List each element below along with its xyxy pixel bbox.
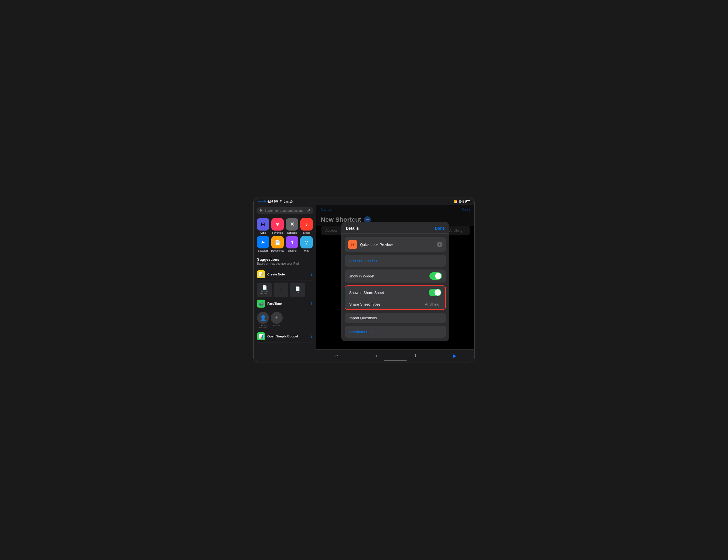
shortcuts-help-button[interactable]: Shortcuts Help — [345, 326, 446, 338]
modal-title: Details — [346, 226, 359, 231]
create-note-label: Create Note — [267, 273, 285, 276]
web-icon: ◎ — [300, 236, 313, 249]
modal-done-button[interactable]: Done — [435, 226, 445, 231]
status-date: Fri Jan 10 — [280, 200, 292, 203]
redo-button[interactable]: ↪ — [374, 353, 377, 358]
facetime-label: FaceTime — [267, 302, 282, 305]
contact-add-avatar: + — [271, 312, 283, 324]
grid-item-sharing[interactable]: ⬆ Sharing — [286, 236, 299, 252]
quick-look-app-icon: ⚛ — [348, 240, 357, 249]
create-note-thumb-plus[interactable]: + — [274, 282, 288, 297]
show-widget-toggle[interactable] — [429, 272, 442, 280]
suggestion-facetime[interactable]: 📹 FaceTime ℹ — [257, 297, 313, 310]
documents-icon: 📄 — [271, 236, 284, 249]
documents-label: Documents — [271, 249, 284, 252]
battery-icon — [465, 201, 470, 203]
favorites-icon: ♥ — [271, 218, 284, 231]
quick-look-close-icon: ✕ — [439, 243, 441, 246]
contact-add-label: Contact — [273, 324, 280, 326]
show-widget-section: Show in Widget — [345, 270, 446, 282]
status-time: 6:07 PM — [268, 200, 278, 203]
facetime-info-icon[interactable]: ℹ — [311, 301, 313, 306]
web-label: Web — [304, 249, 309, 252]
battery-percent: 39% — [458, 200, 464, 203]
quick-look-remove-button[interactable]: ✕ — [437, 242, 442, 247]
thumb-title-doc-icon: 📄 — [295, 286, 300, 291]
modal-body: ⚛ Quick Look Preview ✕ Add to Home Scree… — [341, 234, 449, 341]
contact-zdravko-avatar: 👤 — [257, 312, 269, 324]
search-input[interactable] — [264, 209, 305, 212]
grid-item-apps[interactable]: ⊞ Apps — [257, 218, 269, 234]
status-back-label[interactable]: Search — [258, 200, 266, 203]
thumb1-doc-icon: 📄 — [262, 285, 267, 290]
create-note-icon: 📝 — [257, 270, 265, 278]
facetime-icon: 📹 — [257, 299, 265, 307]
create-note-thumbnails: 📄 How toadd Qui... + 📄 Title — [257, 281, 313, 297]
suggestions-title: Suggestions — [257, 257, 313, 262]
show-widget-toggle-thumb — [435, 273, 441, 279]
grid-item-web[interactable]: ◎ Web — [300, 236, 313, 252]
mic-icon[interactable]: 🎤 — [307, 209, 310, 212]
grid-item-location[interactable]: ➤ Location — [257, 236, 269, 252]
add-home-screen-label: Add to Home Screen — [349, 259, 384, 263]
bottom-bar: ↩ ↪ ⬆ ▶ — [316, 349, 474, 362]
plus-icon: + — [279, 286, 283, 293]
grid-icons: ⊞ Apps ♥ Favorites ✕ Scripting — [254, 217, 316, 255]
share-sheet-chevron-icon: › — [440, 303, 441, 306]
grid-item-favorites[interactable]: ♥ Favorites — [271, 218, 284, 234]
search-icon: 🔍 — [259, 209, 263, 212]
details-modal: Details Done ⚛ Quick Look Preview — [341, 222, 449, 341]
quick-look-row: ⚛ Quick Look Preview ✕ — [345, 237, 446, 252]
share-sheet-types-value: Anything › — [425, 302, 441, 306]
sidebar: 🔍 🎤 ⊞ Apps ♥ Favorites — [254, 205, 316, 362]
create-note-thumb-title[interactable]: 📄 Title — [290, 282, 305, 297]
search-bar[interactable]: 🔍 🎤 — [257, 207, 313, 214]
share-button[interactable]: ⬆ — [413, 353, 417, 358]
status-left: Search 6:07 PM Fri Jan 10 — [258, 200, 293, 203]
home-indicator — [384, 360, 407, 361]
main-area: Cancel Next New Shortcut ••• Accepts Any… — [316, 205, 474, 362]
show-widget-row: Show in Widget — [345, 270, 446, 282]
play-button[interactable]: ▶ — [453, 353, 456, 358]
facetime-inner: 📹 FaceTime — [257, 299, 282, 307]
contact-add[interactable]: + Contact — [271, 312, 283, 328]
add-home-screen-button[interactable]: Add to Home Screen — [345, 255, 446, 267]
import-questions-chevron-icon: › — [440, 315, 442, 320]
location-icon: ➤ — [257, 236, 269, 249]
undo-button[interactable]: ↩ — [334, 353, 338, 358]
apps-label: Apps — [260, 232, 266, 234]
budget-label: Open Simple Budget — [267, 334, 298, 338]
grid-item-documents[interactable]: 📄 Documents — [271, 236, 284, 252]
budget-inner: 📊 Open Simple Budget — [257, 332, 298, 340]
show-share-sheet-toggle-thumb — [435, 289, 441, 295]
show-share-sheet-toggle[interactable] — [429, 289, 441, 296]
create-note-info-icon[interactable]: ℹ — [311, 272, 313, 277]
suggestion-budget[interactable]: 📊 Open Simple Budget ℹ — [257, 330, 313, 343]
favorites-label: Favorites — [272, 232, 283, 234]
show-share-sheet-row: Show in Share Sheet — [345, 286, 445, 299]
import-questions-label: Import Questions — [349, 316, 377, 320]
suggestion-create-note[interactable]: 📝 Create Note ℹ — [257, 268, 313, 281]
show-share-sheet-label: Show in Share Sheet — [349, 290, 384, 295]
apps-icon: ⊞ — [257, 218, 269, 231]
create-note-thumb-1[interactable]: 📄 How toadd Qui... — [257, 282, 272, 297]
ipad-frame: Search 6:07 PM Fri Jan 10 📶 39% 🔍 🎤 — [253, 198, 475, 362]
quick-look-icon-symbol: ⚛ — [351, 242, 355, 247]
grid-item-scripting[interactable]: ✕ Scripting — [286, 218, 299, 234]
status-right: 📶 39% — [454, 200, 470, 203]
status-bar: Search 6:07 PM Fri Jan 10 📶 39% — [254, 198, 474, 205]
share-sheet-types-row[interactable]: Share Sheet Types Anything › — [345, 299, 445, 309]
media-label: Media — [303, 232, 310, 234]
contact-zdravko[interactable]: 👤 ZdravkoRakijašić — [257, 312, 269, 328]
modal-header: Details Done — [341, 222, 449, 234]
thumb1-label: How toadd Qui... — [260, 290, 269, 294]
facetime-contacts: 👤 ZdravkoRakijašić + Contact — [257, 310, 313, 330]
quick-look-label: Quick Look Preview — [360, 243, 393, 247]
import-questions-row[interactable]: Import Questions › — [345, 313, 446, 323]
create-note-inner: 📝 Create Note — [257, 270, 285, 278]
grid-item-media[interactable]: ♪ Media — [300, 218, 313, 234]
quick-look-left: ⚛ Quick Look Preview — [348, 240, 393, 249]
budget-info-icon[interactable]: ℹ — [311, 334, 313, 338]
suggestions-section: Suggestions Based on how you use your iP… — [254, 255, 316, 345]
wifi-icon: 📶 — [454, 200, 457, 203]
